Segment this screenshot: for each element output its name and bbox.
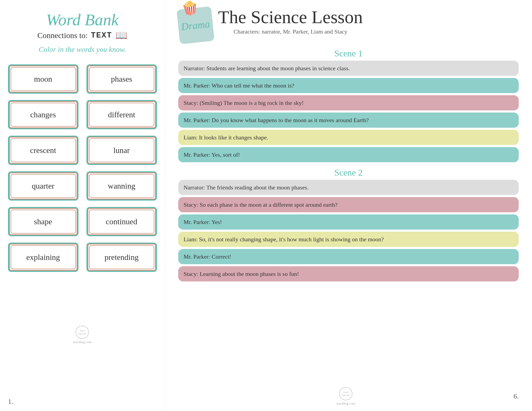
popcorn-icon: 🍿 xyxy=(181,0,199,17)
dialog-stacy-1: Stacy: (Smiling) The moon is a big rock … xyxy=(178,95,519,110)
dialog-narrator-1: Narrator: Students are learning about th… xyxy=(178,61,519,76)
word-card-pretending: pretending xyxy=(86,243,157,272)
word-label-moon: moon xyxy=(34,74,52,84)
right-logo: teachbig.com xyxy=(339,387,352,400)
word-label-phases: phases xyxy=(111,74,132,84)
color-instruction: Color in the words you know. xyxy=(39,45,126,54)
left-footer: teachbig.com teachbig.com xyxy=(73,326,92,344)
book-icon: 📖 xyxy=(115,30,127,41)
word-card-different: different xyxy=(86,100,157,129)
right-logo-label: teachbig.com xyxy=(336,401,355,406)
title-block: The Science Lesson Characters: narrator,… xyxy=(218,8,363,36)
word-label-lunar: lunar xyxy=(113,146,130,155)
word-label-quarter: quarter xyxy=(32,181,55,190)
dialog-liam-1: Liam: It looks like it changes shape. xyxy=(178,130,519,145)
word-card-moon: moon xyxy=(8,64,78,94)
dialog-text-mrparker-5: Mr. Parker: Correct! xyxy=(184,253,231,260)
word-label-pretending: pretending xyxy=(105,253,139,262)
characters-line: Characters: narrator, Mr. Parker, Liam a… xyxy=(218,28,363,36)
scene1-heading: Scene 1 xyxy=(178,48,519,59)
right-page-number: 6. xyxy=(513,392,519,400)
dialog-text-mrparker-2: Mr. Parker: Do you know what happens to … xyxy=(184,117,369,123)
dialog-narrator-2: Narrator: The friends reading about the … xyxy=(178,180,519,195)
dialog-text-stacy-2: Stacy: So each phase is the moon at a di… xyxy=(184,201,338,208)
dialog-mrparker-4: Mr. Parker: Yes! xyxy=(178,214,519,230)
text-badge: TEXT xyxy=(91,31,112,40)
dialog-mrparker-5: Mr. Parker: Correct! xyxy=(178,249,519,264)
connections-label: Connections to: xyxy=(37,31,88,40)
dialog-mrparker-3: Mr. Parker: Yes, sort of! xyxy=(178,147,519,162)
dialog-text-mrparker-1: Mr. Parker: Who can tell me what the moo… xyxy=(184,82,294,89)
word-card-wanning: wanning xyxy=(86,171,157,201)
word-label-explaining: explaining xyxy=(26,253,60,262)
drama-badge: 🍿 Drama xyxy=(177,6,215,44)
dialog-stacy-2: Stacy: So each phase is the moon at a di… xyxy=(178,197,519,212)
dialog-mrparker-2: Mr. Parker: Do you know what happens to … xyxy=(178,113,519,128)
word-card-changes: changes xyxy=(8,100,78,129)
dialog-text-liam-1: Liam: It looks like it changes shape. xyxy=(184,134,268,141)
word-card-quarter: quarter xyxy=(8,171,78,201)
dialog-text-mrparker-3: Mr. Parker: Yes, sort of! xyxy=(184,151,240,158)
lesson-title: The Science Lesson xyxy=(218,8,363,26)
left-page-number: 1. xyxy=(5,398,13,406)
connections-line: Connections to: TEXT 📖 xyxy=(37,30,127,41)
dialog-text-mrparker-4: Mr. Parker: Yes! xyxy=(184,219,222,225)
dialog-text-narrator-1: Narrator: Students are learning about th… xyxy=(184,65,350,72)
left-logo-label: teachbig.com xyxy=(73,340,92,344)
word-label-crescent: crescent xyxy=(30,146,56,155)
header-area: 🍿 Drama The Science Lesson Characters: n… xyxy=(178,8,519,43)
word-label-shape: shape xyxy=(34,217,52,226)
word-label-continued: continued xyxy=(106,217,137,226)
left-logo: teachbig.com xyxy=(76,326,89,339)
left-logo-text: teachbig.com xyxy=(78,329,86,335)
word-label-different: different xyxy=(108,110,135,119)
word-card-shape: shape xyxy=(8,207,78,236)
dialog-text-liam-2: Liam: So, it's not really changing shape… xyxy=(184,236,384,243)
word-label-wanning: wanning xyxy=(108,181,135,190)
scene2-heading: Scene 2 xyxy=(178,168,519,178)
word-bank-title: Word Bank xyxy=(46,11,119,29)
word-card-lunar: lunar xyxy=(86,136,157,165)
left-panel: Word Bank Connections to: TEXT 📖 Color i… xyxy=(0,0,165,411)
word-card-explaining: explaining xyxy=(8,243,78,272)
right-logo-text: teachbig.com xyxy=(342,391,350,397)
dialog-liam-2: Liam: So, it's not really changing shape… xyxy=(178,232,519,247)
word-card-crescent: crescent xyxy=(8,136,78,165)
dialog-text-stacy-3: Stacy: Learning about the moon phases is… xyxy=(184,271,299,277)
dialog-text-narrator-2: Narrator: The friends reading about the … xyxy=(184,184,309,191)
right-footer: teachbig.com teachbig.com 6. xyxy=(178,384,519,406)
dialog-mrparker-1: Mr. Parker: Who can tell me what the moo… xyxy=(178,78,519,93)
word-grid: moon phases changes different crescent l… xyxy=(8,64,157,272)
right-panel: 🍿 Drama The Science Lesson Characters: n… xyxy=(165,0,532,411)
drama-label: Drama xyxy=(181,18,210,32)
word-label-changes: changes xyxy=(30,110,56,119)
word-card-continued: continued xyxy=(86,207,157,236)
word-card-phases: phases xyxy=(86,64,157,94)
dialog-stacy-3: Stacy: Learning about the moon phases is… xyxy=(178,266,519,281)
dialog-text-stacy-1: Stacy: (Smiling) The moon is a big rock … xyxy=(184,99,304,106)
